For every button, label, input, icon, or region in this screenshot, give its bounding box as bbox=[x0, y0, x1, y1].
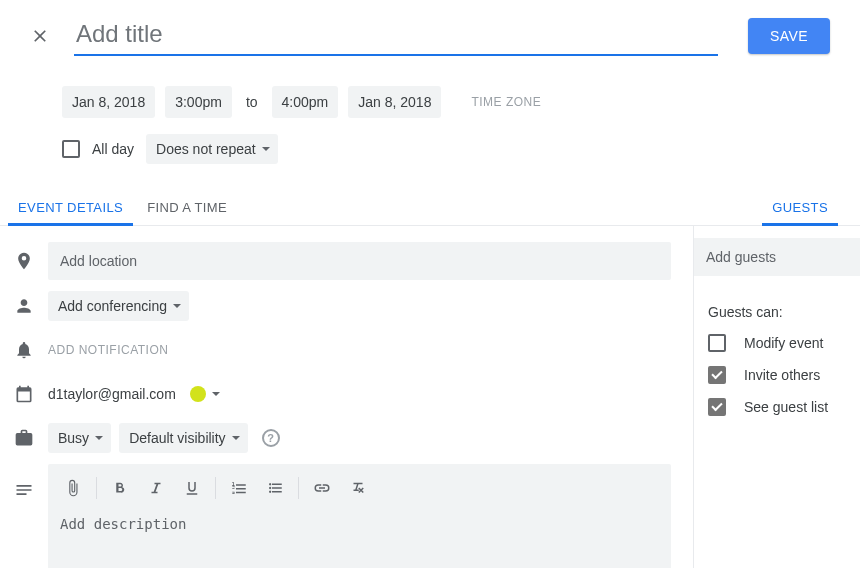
clear-format-icon bbox=[349, 479, 367, 497]
perm-modify-checkbox[interactable] bbox=[708, 334, 726, 352]
paperclip-icon bbox=[64, 479, 82, 497]
allday-label: All day bbox=[92, 141, 134, 157]
end-time-chip[interactable]: 4:00pm bbox=[272, 86, 339, 118]
conferencing-dropdown[interactable]: Add conferencing bbox=[48, 291, 189, 321]
separator bbox=[215, 477, 216, 499]
briefcase-icon bbox=[14, 428, 48, 448]
title-input[interactable] bbox=[74, 16, 718, 56]
notification-icon bbox=[14, 340, 48, 360]
unordered-list-icon bbox=[266, 479, 284, 497]
color-dot-icon bbox=[190, 386, 206, 402]
repeat-dropdown[interactable]: Does not repeat bbox=[146, 134, 278, 164]
italic-icon bbox=[147, 479, 165, 497]
separator bbox=[298, 477, 299, 499]
close-icon bbox=[30, 26, 50, 46]
timezone-button[interactable]: TIME ZONE bbox=[471, 95, 541, 109]
underline-icon bbox=[183, 479, 201, 497]
chevron-down-icon bbox=[262, 147, 270, 151]
guests-input[interactable] bbox=[694, 238, 860, 276]
end-date-chip[interactable]: Jan 8, 2018 bbox=[348, 86, 441, 118]
start-time-chip[interactable]: 3:00pm bbox=[165, 86, 232, 118]
tab-event-details[interactable]: EVENT DETAILS bbox=[6, 190, 135, 225]
unordered-list-button[interactable] bbox=[258, 472, 292, 504]
attach-button[interactable] bbox=[56, 472, 90, 504]
conferencing-icon bbox=[14, 296, 48, 316]
italic-button[interactable] bbox=[139, 472, 173, 504]
calendar-icon bbox=[14, 384, 48, 404]
ordered-list-icon bbox=[230, 479, 248, 497]
repeat-label: Does not repeat bbox=[156, 141, 256, 157]
bold-button[interactable] bbox=[103, 472, 137, 504]
perm-invite-label: Invite others bbox=[744, 367, 820, 383]
ordered-list-button[interactable] bbox=[222, 472, 256, 504]
bold-icon bbox=[111, 479, 129, 497]
allday-checkbox[interactable] bbox=[62, 140, 80, 158]
to-label: to bbox=[242, 94, 262, 110]
availability-dropdown[interactable]: Busy bbox=[48, 423, 111, 453]
separator bbox=[96, 477, 97, 499]
description-input[interactable] bbox=[48, 512, 671, 552]
help-icon[interactable]: ? bbox=[262, 429, 280, 447]
location-input[interactable] bbox=[48, 242, 671, 280]
save-button[interactable]: SAVE bbox=[748, 18, 830, 54]
perm-invite-checkbox[interactable] bbox=[708, 366, 726, 384]
chevron-down-icon bbox=[173, 304, 181, 308]
perm-guestlist-checkbox[interactable] bbox=[708, 398, 726, 416]
link-button[interactable] bbox=[305, 472, 339, 504]
link-icon bbox=[313, 479, 331, 497]
availability-label: Busy bbox=[58, 430, 89, 446]
perm-guestlist-label: See guest list bbox=[744, 399, 828, 415]
chevron-down-icon bbox=[95, 436, 103, 440]
close-button[interactable] bbox=[20, 20, 60, 55]
chevron-down-icon bbox=[212, 392, 220, 396]
tab-find-a-time[interactable]: FIND A TIME bbox=[135, 190, 239, 225]
clear-format-button[interactable] bbox=[341, 472, 375, 504]
underline-button[interactable] bbox=[175, 472, 209, 504]
visibility-dropdown[interactable]: Default visibility bbox=[119, 423, 247, 453]
start-date-chip[interactable]: Jan 8, 2018 bbox=[62, 86, 155, 118]
guests-can-label: Guests can: bbox=[708, 304, 850, 320]
description-icon bbox=[14, 480, 48, 500]
tab-guests[interactable]: GUESTS bbox=[760, 190, 840, 225]
conferencing-label: Add conferencing bbox=[58, 298, 167, 314]
color-dropdown[interactable] bbox=[184, 382, 226, 406]
visibility-label: Default visibility bbox=[129, 430, 225, 446]
perm-modify-label: Modify event bbox=[744, 335, 823, 351]
chevron-down-icon bbox=[232, 436, 240, 440]
add-notification-button[interactable]: ADD NOTIFICATION bbox=[48, 343, 168, 357]
location-icon bbox=[14, 251, 48, 271]
organizer-email: d1taylor@gmail.com bbox=[48, 386, 176, 402]
